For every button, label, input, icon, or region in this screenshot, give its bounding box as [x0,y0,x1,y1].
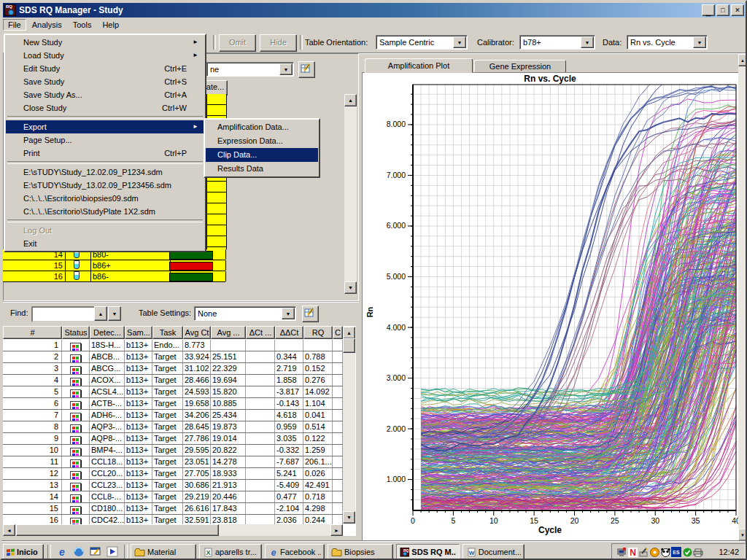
table-row[interactable]: 11CCL18...b113+Target23.05114.278-7.6872… [3,456,343,468]
table-cell[interactable]: 19.658 [183,398,211,409]
table-cell[interactable]: b113+ [125,340,152,351]
table-cell[interactable]: Target [152,433,183,444]
table-cell[interactable]: 10.885 [211,398,246,409]
table-cell[interactable]: 0.276 [303,375,333,386]
find-input[interactable] [31,306,96,322]
table-row[interactable]: 6ACTB-...b113+Target19.65810.885-0.1431.… [3,398,343,410]
panda-icon[interactable] [660,547,670,557]
table-cell[interactable]: b113+ [125,351,152,362]
table-cell[interactable] [246,351,275,362]
table-cell[interactable]: 28.466 [183,375,211,386]
table-cell[interactable]: 21.913 [211,480,246,491]
table-cell[interactable]: 15.820 [211,386,246,397]
table-cell[interactable]: Target [152,491,183,502]
table-row[interactable]: 118S-H...b113+Endo...8.773 [3,340,343,351]
table-cell[interactable]: 2.719 [275,363,303,374]
computer-icon[interactable] [616,547,627,557]
table-row[interactable]: 2ABCB...b113+Target33.92425.1510.3440.78… [3,351,343,363]
table-cell[interactable]: 28.645 [183,421,211,432]
table-cell[interactable]: 29.595 [183,445,211,456]
desktop-icon[interactable] [88,545,102,559]
table-cell[interactable]: 15 [3,503,62,514]
column-header-task[interactable]: Task [152,326,183,339]
menu-item-e-study-study-13-02-09-p123456-sdm[interactable]: E:\sTUDY\Study_13.02.09_P123456.sdm [6,179,204,192]
table-cell[interactable]: b113+ [125,398,152,409]
outlook-icon[interactable] [71,545,85,559]
data-select[interactable]: Rn vs. Cycle ▼ [627,35,708,50]
maximize-button[interactable]: □ [716,4,729,16]
status-cell[interactable] [62,456,90,467]
dialer-icon[interactable] [638,547,649,557]
table-cell[interactable]: BMP4-... [90,445,125,456]
table-cell[interactable]: 1.259 [303,445,333,456]
table-cell[interactable] [246,433,275,444]
column-header-ct[interactable]: ΔΔCt [275,326,303,339]
table-cell[interactable]: Endo... [152,340,183,351]
tab-gene-expression[interactable]: Gene Expression [474,60,566,73]
table-cell[interactable]: 0.041 [303,410,333,421]
column-header-status[interactable]: Status [62,326,90,339]
status-cell[interactable] [62,445,90,456]
table-cell[interactable]: Target [152,363,183,374]
column-header-[interactable]: # [3,326,62,339]
status-cell[interactable] [62,398,90,409]
table-cell[interactable]: 0.122 [303,433,333,444]
table-cell[interactable]: 19.873 [211,421,246,432]
table-cell[interactable]: 29.219 [183,491,211,502]
table-cell[interactable]: b113+ [125,386,152,397]
menu-item-close-study[interactable]: Close StudyCtrl+W [6,101,204,114]
table-cell[interactable] [333,410,343,421]
column-header-detec[interactable]: Detec... [90,326,125,339]
table-cell[interactable] [333,433,343,444]
table-row[interactable]: 15CD180...b113+Target26.61617.843-2.1044… [3,503,343,515]
table-cell[interactable]: b113+ [125,468,152,479]
norton-icon[interactable]: N [627,547,638,557]
speaker-icon[interactable] [649,547,659,557]
table-cell[interactable]: b113+ [125,445,152,456]
table-cell[interactable]: CD180... [90,503,125,514]
media-player-icon[interactable] [105,545,119,559]
column-header-rq[interactable]: RQ [303,326,333,339]
table-cell[interactable]: 0.026 [303,468,333,479]
table-cell[interactable]: 3.035 [275,433,303,444]
table-cell[interactable]: 31.102 [183,363,211,374]
menu-item-log-out[interactable]: Log Out [6,224,204,237]
status-cell[interactable] [62,433,90,444]
scroll-up-icon[interactable]: ▲ [343,327,355,339]
chevron-down-icon[interactable]: ▼ [279,63,293,75]
table-cell[interactable]: 23.051 [183,456,211,467]
table-cell[interactable]: 20.822 [211,445,246,456]
table-cell[interactable] [333,375,343,386]
table-cell[interactable] [246,480,275,491]
status-cell[interactable] [62,410,90,421]
table-cell[interactable]: 19.694 [211,375,246,386]
status-cell[interactable] [62,491,90,502]
status-cell[interactable] [62,351,90,362]
menubar-item-analysis[interactable]: Analysis [27,19,67,31]
table-cell[interactable]: 0.788 [303,351,333,362]
table-cell[interactable]: -3.817 [275,386,303,397]
scrollbar-thumb[interactable] [16,524,219,536]
table-cell[interactable]: 33.924 [183,351,211,362]
table-cell[interactable]: 34.206 [183,410,211,421]
table-cell[interactable]: 25.434 [211,410,246,421]
column-header-ct[interactable]: ΔCt ... [246,326,275,339]
omit-button[interactable]: Omit [219,34,256,52]
status-cell[interactable] [62,421,90,432]
table-cell[interactable]: 4.298 [303,503,333,514]
table-cell[interactable] [246,340,275,351]
scrollbar-thumb[interactable] [343,338,355,353]
table-cell[interactable]: 9 [3,433,62,444]
table-cell[interactable]: 25.151 [211,351,246,362]
column-header-avg-ct[interactable]: Avg Ct [183,326,211,339]
table-row[interactable]: 12CCL20...b113+Target27.70518.9335.2410.… [3,468,343,480]
table-cell[interactable]: 14.092 [303,386,333,397]
plate-settings-select[interactable]: ne ▼ [206,62,294,77]
table-cell[interactable]: 26.616 [183,503,211,514]
table-settings-select[interactable]: None ▼ [194,306,296,321]
table-cell[interactable] [246,491,275,502]
table-cell[interactable] [333,340,343,351]
table-cell[interactable]: Target [152,351,183,362]
table-cell[interactable]: ACSL4... [90,386,125,397]
calibrator-select[interactable]: b78+ ▼ [519,35,595,50]
